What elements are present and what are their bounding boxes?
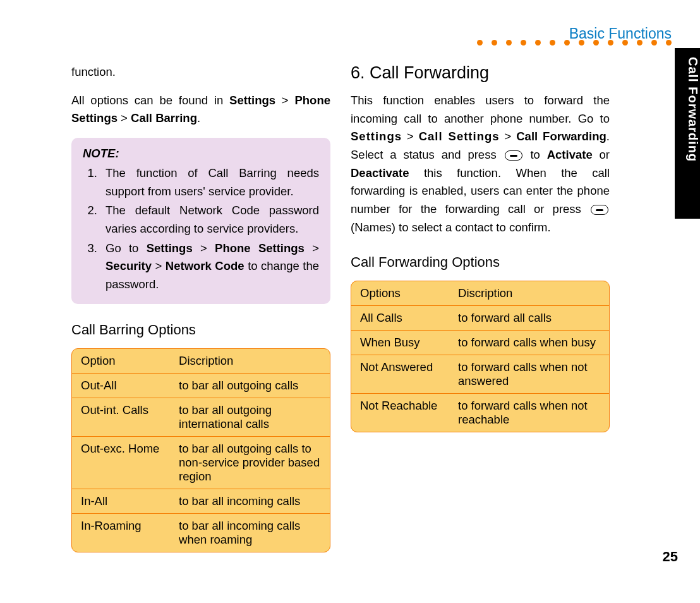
page-number: 25 bbox=[663, 549, 678, 565]
paragraph: This function enables users to forward t… bbox=[351, 92, 610, 236]
text: Go to bbox=[106, 241, 147, 255]
text: (Names) to select a contact to confirm. bbox=[351, 221, 551, 234]
text: This function enables users to forward t… bbox=[351, 94, 610, 125]
bold-text: Security bbox=[106, 259, 152, 272]
note-box: NOTE: The function of Call Barring needs… bbox=[71, 138, 330, 304]
dot-icon bbox=[550, 40, 555, 46]
table-row: In-Roaming to bar all incoming calls whe… bbox=[72, 513, 330, 552]
dot-icon bbox=[579, 40, 584, 46]
table-cell: Not Reachable bbox=[351, 393, 449, 432]
side-tab: Call Forwarding bbox=[675, 48, 700, 219]
table-cell: to forward calls when not answered bbox=[449, 355, 609, 393]
note-item: Go to Settings > Phone Settings > Securi… bbox=[100, 240, 319, 294]
table-cell: to bar all incoming calls when roaming bbox=[170, 513, 330, 552]
section-heading: 6. Call Forwarding bbox=[351, 63, 610, 83]
text: > bbox=[193, 241, 215, 255]
table-row: Not Reachable to forward calls when not … bbox=[351, 393, 609, 432]
table-header: Options bbox=[351, 281, 449, 306]
note-item: The function of Call Barring needs suppo… bbox=[100, 164, 319, 200]
dot-icon bbox=[651, 40, 657, 46]
bold-text: Call Barring bbox=[131, 111, 197, 125]
table-cell: to forward all calls bbox=[449, 306, 609, 330]
table-cell: to bar all outgoing calls bbox=[170, 374, 330, 398]
header-dots bbox=[477, 40, 672, 46]
note-title: NOTE: bbox=[83, 147, 319, 161]
table-cell: Out-exc. Home bbox=[72, 436, 170, 489]
dot-icon bbox=[622, 40, 628, 46]
bold-text: Settings bbox=[147, 241, 193, 255]
text: > bbox=[305, 241, 319, 255]
right-column: 6. Call Forwarding This function enables… bbox=[351, 63, 610, 552]
table-cell: When Busy bbox=[351, 330, 449, 355]
bold-text: Network Code bbox=[166, 259, 244, 272]
table-header: Discription bbox=[170, 349, 330, 374]
subheading: Call Barring Options bbox=[71, 322, 330, 338]
bold-text: Call Forwarding bbox=[516, 130, 606, 143]
dot-icon bbox=[506, 40, 512, 46]
table-cell: to forward calls when busy bbox=[449, 330, 609, 355]
dot-icon bbox=[564, 40, 570, 46]
text: > bbox=[118, 111, 131, 125]
softkey-icon bbox=[591, 205, 608, 215]
table-cell: to bar all outgoing calls to non-service… bbox=[170, 436, 330, 489]
left-column: function. All options can be found in Se… bbox=[71, 63, 330, 552]
text: All options can be found in bbox=[71, 94, 229, 107]
table-cell: In-All bbox=[72, 489, 170, 513]
softkey-icon bbox=[505, 150, 522, 161]
table-header: Discription bbox=[449, 281, 609, 306]
dot-icon bbox=[521, 40, 526, 46]
table-row: In-All to bar all incoming calls bbox=[72, 489, 330, 513]
paragraph: All options can be found in Settings > P… bbox=[71, 92, 330, 128]
bold-text: Settings bbox=[351, 130, 402, 143]
text: > bbox=[152, 259, 166, 272]
table-row: When Busy to forward calls when busy bbox=[351, 330, 609, 355]
note-item: The default Network Code password varies… bbox=[100, 202, 319, 238]
bold-text: Phone Settings bbox=[215, 241, 305, 255]
text: > bbox=[500, 130, 517, 143]
dot-icon bbox=[593, 40, 599, 46]
dot-icon bbox=[477, 40, 483, 46]
page: Basic Functions Call Forwarding 25 funct… bbox=[0, 0, 700, 603]
text: to bbox=[524, 148, 547, 161]
table-header: Option bbox=[72, 349, 170, 374]
table-row: Out-int. Calls to bar all outgoing inter… bbox=[72, 398, 330, 436]
bold-text: Settings bbox=[229, 94, 275, 107]
table-cell: Out-All bbox=[72, 374, 170, 398]
table-row: All Calls to forward all calls bbox=[351, 306, 609, 330]
paragraph: function. bbox=[71, 63, 330, 82]
table-row: Out-exc. Home to bar all outgoing calls … bbox=[72, 436, 330, 489]
bold-text: Activate bbox=[547, 148, 593, 161]
bold-text: Call Settings bbox=[419, 130, 500, 143]
dot-icon bbox=[608, 40, 613, 46]
text: > bbox=[275, 94, 294, 107]
table-cell: In-Roaming bbox=[72, 513, 170, 552]
table-row: Out-All to bar all outgoing calls bbox=[72, 374, 330, 398]
table-cell: to forward calls when not reachable bbox=[449, 393, 609, 432]
content-columns: function. All options can be found in Se… bbox=[71, 63, 610, 552]
table-row: Not Answered to forward calls when not a… bbox=[351, 355, 609, 393]
subheading: Call Forwarding Options bbox=[351, 254, 610, 271]
text: or bbox=[593, 148, 610, 161]
table-cell: All Calls bbox=[351, 306, 449, 330]
call-forwarding-table: Options Discription All Calls to forward… bbox=[351, 281, 610, 432]
table-cell: to bar all outgoing international calls bbox=[170, 398, 330, 436]
table-cell: Not Answered bbox=[351, 355, 449, 393]
call-barring-table: Option Discription Out-All to bar all ou… bbox=[71, 348, 330, 552]
table-cell: Out-int. Calls bbox=[72, 398, 170, 436]
bold-text: Deactivate bbox=[351, 166, 409, 180]
dot-icon bbox=[535, 40, 541, 46]
dot-icon bbox=[666, 40, 672, 46]
text: > bbox=[402, 130, 419, 143]
dot-icon bbox=[637, 40, 643, 46]
dot-icon bbox=[492, 40, 497, 46]
note-list: The function of Call Barring needs suppo… bbox=[83, 164, 319, 294]
table-cell: to bar all incoming calls bbox=[170, 489, 330, 513]
text: . bbox=[197, 111, 200, 125]
